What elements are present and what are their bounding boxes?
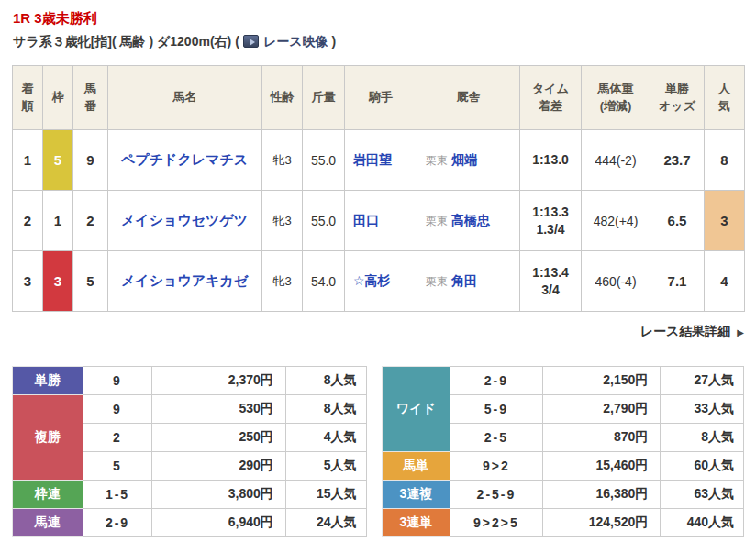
payout-popularity: 27人気 [661, 367, 744, 395]
popularity: 8 [705, 130, 745, 191]
popularity: 3 [705, 191, 745, 251]
stable-area: 栗東 [426, 215, 448, 227]
win-odds: 23.7 [650, 130, 705, 191]
video-paren-open: ( [235, 33, 239, 50]
horse-name-cell: ペプチドクレマチス [108, 130, 262, 191]
chevron-right-icon: ▶ [737, 327, 744, 337]
popularity: 4 [705, 251, 745, 312]
payout-popularity: 8人気 [661, 424, 744, 452]
horse-name-link[interactable]: ペプチドクレマチス [121, 151, 248, 167]
payout-table-right: ワイド 2-9 2,150円 27人気 5-9 2,790円 33人気 2-5 … [382, 366, 744, 537]
col-header-horse-number: 馬番 [73, 66, 108, 130]
frame-number: 5 [43, 130, 73, 191]
race-conditions: サラ系３歳牝[指]( 馬齢 ) ダ1200m(右) ( レース映像 ) [13, 33, 744, 50]
bet-type-fukusho: 複勝 [13, 395, 83, 481]
stable-cell: 栗東高橋忠 [417, 191, 520, 251]
payout-amount: 2,150円 [542, 367, 661, 395]
time-margin: 1:13.43/4 [520, 251, 582, 312]
payout-row-wakuren: 枠連 1-5 3,800円 15人気 [13, 481, 367, 509]
payout-popularity: 8人気 [285, 367, 366, 395]
payout-amount: 124,520円 [542, 509, 661, 537]
payout-combo: 5-9 [450, 395, 543, 424]
trainer-link[interactable]: 畑端 [451, 152, 477, 167]
payout-combo: 2-5-9 [450, 481, 543, 509]
finish-position: 3 [13, 251, 43, 312]
stable-cell: 栗東畑端 [417, 130, 520, 191]
result-row-1: 1 5 9 ペプチドクレマチス 牝3 55.0 岩田望 栗東畑端 1:13.0 … [13, 130, 745, 191]
race-video-label: レース映像 [263, 33, 328, 50]
payout-popularity: 8人気 [285, 395, 366, 424]
sex-age: 牝3 [262, 191, 303, 251]
bet-type-sanrenpuku: 3連複 [382, 481, 450, 509]
race-result-details-link[interactable]: レース結果詳細▶ [640, 324, 744, 338]
col-header-horse-name: 馬名 [108, 66, 262, 130]
stable-area: 栗東 [426, 275, 448, 288]
payout-amount: 290円 [152, 452, 285, 481]
horse-number: 2 [73, 191, 108, 251]
race-result-page: 1R 3歳未勝利 サラ系３歳牝[指]( 馬齢 ) ダ1200m(右) ( レース… [0, 0, 756, 537]
results-header-row: 着順 枠 馬番 馬名 性齢 斤量 騎手 厩舎 タイム着差 馬体重(増減) 単勝オ… [13, 66, 745, 130]
bet-type-umatan: 馬単 [382, 452, 450, 481]
trainer-link[interactable]: 高橋忠 [451, 213, 490, 227]
details-link-row: レース結果詳細▶ [12, 323, 744, 343]
time-margin: 1:13.0 [520, 130, 582, 191]
payout-table-left: 単勝 9 2,370円 8人気 複勝 9 530円 8人気 2 250円 4人気… [12, 366, 367, 537]
payout-row-tansho: 単勝 9 2,370円 8人気 [13, 367, 367, 395]
frame-number: 1 [43, 191, 73, 251]
result-row-2: 2 1 2 メイショウセツゲツ 牝3 55.0 田口 栗東高橋忠 1:13.31… [13, 191, 745, 251]
bet-type-sanrentan: 3連単 [382, 509, 450, 537]
horse-name-link[interactable]: メイショウセツゲツ [121, 212, 248, 227]
sex-age: 牝3 [262, 251, 303, 312]
payout-row-umatan: 馬単 9>2 15,460円 60人気 [382, 452, 743, 481]
payout-row-wide: ワイド 2-9 2,150円 27人気 [382, 367, 743, 395]
bet-type-wide: ワイド [382, 367, 450, 452]
race-video-link[interactable]: レース映像 [243, 33, 328, 50]
payout-amount: 250円 [152, 424, 285, 452]
payout-combo: 5 [83, 452, 152, 481]
jockey-link[interactable]: ☆高杉 [353, 273, 391, 288]
race-results-table: 着順 枠 馬番 馬名 性齢 斤量 騎手 厩舎 タイム着差 馬体重(増減) 単勝オ… [12, 65, 745, 312]
win-odds: 6.5 [650, 191, 705, 251]
race-conditions-text: サラ系３歳牝[指]( 馬齢 ) ダ1200m(右) [13, 33, 231, 50]
bet-type-tansho: 単勝 [13, 367, 83, 395]
payout-popularity: 4人気 [285, 424, 366, 452]
jockey-cell: ☆高杉 [345, 251, 417, 312]
sex-age: 牝3 [262, 130, 303, 191]
payout-amount: 530円 [152, 395, 285, 424]
jockey-link[interactable]: 田口 [353, 213, 379, 227]
payout-row-fukusho: 複勝 9 530円 8人気 [13, 395, 367, 424]
col-header-frame: 枠 [43, 66, 73, 130]
payout-popularity: 15人気 [285, 481, 366, 509]
payout-popularity: 33人気 [661, 395, 744, 424]
col-header-popularity: 人気 [705, 66, 745, 130]
payout-combo: 9 [83, 367, 152, 395]
payout-combo: 2-9 [450, 367, 543, 395]
horse-weight: 482(+4) [582, 191, 650, 251]
col-header-jockey: 騎手 [345, 66, 417, 130]
frame-number: 3 [43, 251, 73, 312]
video-paren-close: ) [332, 33, 337, 50]
payout-amount: 2,370円 [152, 367, 285, 395]
col-header-stable: 厩舎 [417, 66, 520, 130]
horse-number: 5 [73, 251, 108, 312]
horse-number: 9 [73, 130, 108, 191]
finish-position: 2 [13, 191, 43, 251]
bet-type-wakuren: 枠連 [13, 481, 83, 509]
carried-weight: 55.0 [303, 130, 345, 191]
carried-weight: 55.0 [303, 191, 345, 251]
horse-weight: 460(-4) [582, 251, 650, 312]
horse-name-link[interactable]: メイショウアキカゼ [121, 272, 248, 288]
payout-combo: 1-5 [83, 481, 152, 509]
payout-combo: 9>2 [450, 452, 543, 481]
time-margin: 1:13.31.3/4 [520, 191, 582, 251]
col-header-horse-weight: 馬体重(増減) [582, 66, 650, 130]
trainer-link[interactable]: 角田 [451, 273, 477, 288]
payout-combo: 2 [83, 424, 152, 452]
payout-amount: 2,790円 [542, 395, 661, 424]
jockey-link[interactable]: 岩田望 [353, 152, 392, 167]
payout-amount: 3,800円 [152, 481, 285, 509]
horse-name-cell: メイショウアキカゼ [108, 251, 262, 312]
col-header-sex-age: 性齢 [262, 66, 303, 130]
payout-row-sanrenpuku: 3連複 2-5-9 16,380円 63人気 [382, 481, 743, 509]
jockey-cell: 田口 [345, 191, 417, 251]
